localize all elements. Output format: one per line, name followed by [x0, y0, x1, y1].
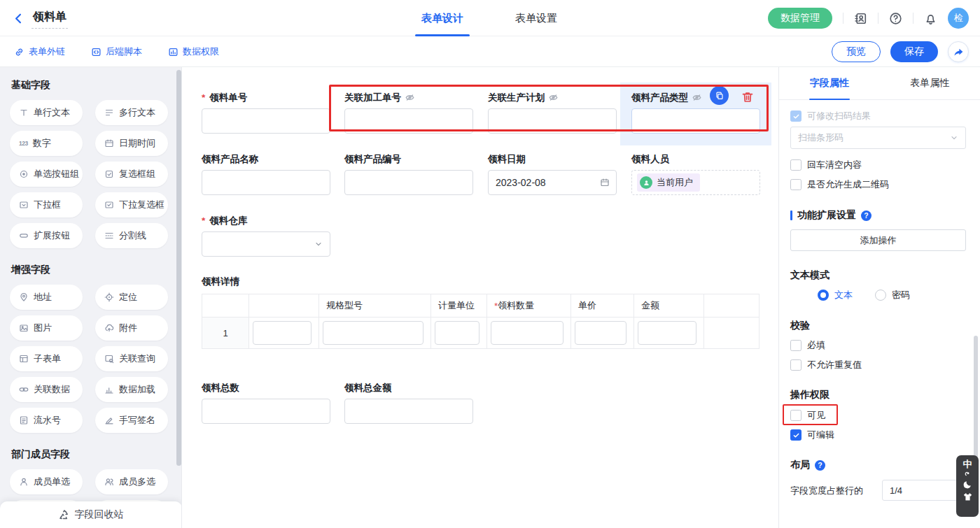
- subform-cell-input[interactable]: [575, 321, 626, 345]
- palette-item-multi-line-text[interactable]: 多行文本: [95, 100, 168, 125]
- field-total-count[interactable]: 领料总数: [202, 383, 330, 424]
- save-button[interactable]: 保存: [890, 41, 938, 62]
- palette-item-signature[interactable]: 手写签名: [95, 408, 168, 433]
- panel-scrollbar[interactable]: [974, 336, 978, 458]
- palette-item-member-multi[interactable]: 成员多选: [95, 469, 168, 494]
- form-design-canvas[interactable]: 领料单号 关联加工单号 关联生产计划 领料产品类型 领料产品名称 领料产品编号: [182, 67, 778, 528]
- palette-item-member-single[interactable]: 成员单选: [10, 469, 83, 494]
- date-input[interactable]: 2023-02-08: [488, 170, 617, 195]
- field-input[interactable]: [631, 108, 760, 134]
- chinese-lang-icon[interactable]: 中: [963, 459, 972, 469]
- palette-item-multi-select[interactable]: 下拉复选框: [95, 192, 168, 217]
- address-book-icon[interactable]: [854, 12, 867, 25]
- add-action-button[interactable]: 添加操作: [790, 229, 966, 251]
- subform-cell-input[interactable]: [435, 321, 479, 345]
- field-product-name[interactable]: 领料产品名称: [202, 154, 330, 195]
- field-product-code[interactable]: 领料产品编号: [344, 154, 473, 195]
- palette-item-relate-data[interactable]: 关联数据: [10, 377, 83, 402]
- visible-checkbox[interactable]: [790, 410, 802, 421]
- delete-field-button[interactable]: [738, 87, 757, 106]
- tab-form-properties[interactable]: 表单属性: [880, 67, 980, 99]
- share-button[interactable]: [948, 41, 969, 62]
- field-related-process-no[interactable]: 关联加工单号: [344, 92, 473, 134]
- avatar[interactable]: 检: [948, 8, 969, 29]
- palette-item-datetime[interactable]: 日期时间: [95, 131, 168, 156]
- preview-button[interactable]: 预览: [832, 41, 881, 62]
- field-input[interactable]: [488, 108, 617, 134]
- palette-item-extend-button[interactable]: 扩展按钮: [10, 223, 83, 248]
- help-filled-icon[interactable]: [815, 460, 825, 471]
- sidebar-scrollbar[interactable]: [176, 70, 181, 466]
- clear-on-enter-checkbox[interactable]: [790, 159, 802, 171]
- back-button[interactable]: [13, 13, 24, 24]
- form-external-link[interactable]: 表单外链: [14, 45, 65, 58]
- field-recycle-bin[interactable]: 字段回收站: [0, 501, 182, 528]
- palette-item-radio-group[interactable]: 单选按钮组: [10, 162, 83, 187]
- palette-item-location[interactable]: 定位: [95, 285, 168, 310]
- field-input[interactable]: [202, 108, 330, 134]
- field-input[interactable]: [344, 399, 473, 424]
- shirt-icon[interactable]: [962, 492, 973, 502]
- current-user-tag[interactable]: 当前用户: [637, 173, 700, 192]
- field-requisition-person[interactable]: 领料人员 当前用户: [631, 154, 760, 195]
- user-field-box[interactable]: 当前用户: [631, 170, 760, 195]
- help-filled-icon[interactable]: [861, 211, 872, 221]
- field-input[interactable]: [202, 399, 330, 424]
- radio-text[interactable]: [818, 290, 829, 301]
- palette-item-divider[interactable]: 分割线: [95, 223, 168, 248]
- editable-checkbox[interactable]: [790, 429, 802, 441]
- subform-column-header[interactable]: 规格型号: [319, 294, 431, 317]
- warehouse-select[interactable]: [202, 231, 330, 257]
- link-label: 表单外链: [29, 45, 65, 58]
- page-title[interactable]: 领料单: [31, 8, 68, 29]
- subform-column-header[interactable]: 单价: [571, 294, 634, 317]
- subform-table[interactable]: 规格型号计量单位*领料数量单价金额1: [202, 294, 760, 349]
- palette-item-image[interactable]: 图片: [10, 315, 83, 341]
- subform-cell-input[interactable]: [491, 321, 564, 345]
- tab-field-properties[interactable]: 字段属性: [779, 67, 880, 99]
- palette-item-subform[interactable]: 子表单: [10, 346, 83, 371]
- field-total-amount[interactable]: 领料总金额: [344, 383, 473, 424]
- tab-form-design[interactable]: 表单设计: [415, 0, 470, 36]
- field-input[interactable]: [344, 170, 473, 195]
- subform-column-header[interactable]: [249, 294, 319, 317]
- subform-column-header[interactable]: 金额: [634, 294, 704, 317]
- field-warehouse[interactable]: 领料仓库: [202, 215, 330, 257]
- subform-cell-input[interactable]: [638, 321, 696, 345]
- data-permission-link[interactable]: 数据权限: [168, 45, 219, 58]
- radio-password[interactable]: [875, 290, 886, 301]
- palette-item-data-load[interactable]: 数据加载: [95, 377, 168, 402]
- help-icon[interactable]: [889, 12, 902, 25]
- palette-item-checkbox-group[interactable]: 复选框组: [95, 162, 168, 187]
- required-checkbox[interactable]: [790, 340, 802, 351]
- subform-cell-input[interactable]: [253, 321, 312, 345]
- bell-icon[interactable]: [924, 12, 937, 25]
- field-related-production-plan[interactable]: 关联生产计划: [488, 92, 617, 134]
- palette-item-serial-number[interactable]: 流水号: [10, 408, 83, 433]
- field-requisition-date[interactable]: 领料日期 2023-02-08: [488, 154, 617, 195]
- subform-cell-input[interactable]: [323, 321, 424, 345]
- subform-column-header[interactable]: [202, 294, 249, 317]
- field-requisition-no[interactable]: 领料单号: [202, 92, 330, 134]
- data-manage-button[interactable]: 数据管理: [768, 8, 832, 29]
- palette-item-select[interactable]: 下拉框: [10, 192, 83, 217]
- field-input[interactable]: [344, 108, 473, 134]
- field-input[interactable]: [202, 170, 330, 195]
- palette-item-relate-query[interactable]: 关联查询: [95, 346, 168, 371]
- moon-icon[interactable]: [962, 479, 973, 490]
- scan-result-checkbox[interactable]: [790, 110, 802, 122]
- palette-item-attachment[interactable]: 附件: [95, 315, 168, 341]
- no-duplicate-checkbox[interactable]: [790, 359, 802, 371]
- scan-mode-select[interactable]: 扫描条形码: [790, 127, 966, 149]
- allow-qrcode-checkbox[interactable]: [790, 179, 802, 190]
- copy-field-button[interactable]: [710, 86, 729, 105]
- backend-script-link[interactable]: 后端脚本: [91, 45, 142, 58]
- palette-item-number[interactable]: 123数字: [10, 131, 83, 156]
- subform-column-header[interactable]: *领料数量: [487, 294, 571, 317]
- palette-item-address[interactable]: 地址: [10, 285, 83, 310]
- subform-column-header[interactable]: 计量单位: [431, 294, 487, 317]
- palette-item-single-line-text[interactable]: 单行文本: [10, 100, 83, 125]
- tab-form-settings[interactable]: 表单设置: [509, 0, 564, 36]
- subform-column-header[interactable]: [704, 294, 759, 317]
- translate-extension-widget[interactable]: 中: [956, 455, 979, 517]
